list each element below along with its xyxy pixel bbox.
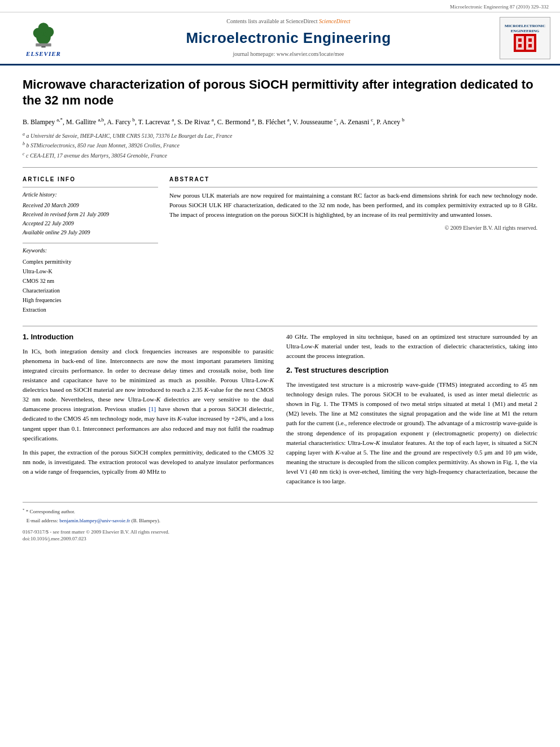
abstract-column: ABSTRACT New porous ULK materials are no… [169,176,537,314]
keywords-section: Keywords: Complex permittivity Ultra-Low… [23,243,158,314]
online-date: Available online 29 July 2009 [23,228,158,237]
article-history: Article history: Received 20 March 2009 … [23,187,158,237]
section1-continuation: 40 GHz. The employed in situ technique, … [286,332,537,361]
svg-point-4 [38,23,49,33]
article-body: Microwave characterization of porous SiO… [0,65,560,554]
section2-para: The investigated test structure is a mic… [286,380,537,486]
email-note: E-mail address: benjamin.blampey@univ-sa… [23,517,537,525]
journal-logo: MICROELECTRONIC ENGINEERING [497,17,553,59]
revised-date: Received in revised form 21 July 2009 [23,210,158,219]
email-address: benjamin.blampey@univ-savoie.fr [59,518,130,523]
journal-banner: ELSEVIER Contents lists available at Sci… [0,12,560,65]
article-title: Microwave characterization of porous SiO… [23,77,537,109]
svg-rect-5 [36,43,51,47]
journal-title-area: Contents lists available at ScienceDirec… [80,18,497,58]
article-info-column: ARTICLE INFO Article history: Received 2… [23,176,158,314]
bottom-copyright: 0167-9317/$ - see front matter © 2009 El… [23,528,537,543]
svg-rect-12 [528,44,532,47]
corresponding-note: * * Corresponding author. [23,507,537,516]
section1-para1: In ICs, both integration density and clo… [23,347,274,443]
elsevier-tree-icon [27,18,60,49]
article-info-row: ARTICLE INFO Article history: Received 2… [23,176,537,314]
svg-rect-8 [526,36,534,50]
journal-title: Microelectronic Engineering [86,28,491,48]
journal-homepage: journal homepage: www.elsevier.com/locat… [86,50,491,58]
keyword-3: CMOS 32 nm [23,276,158,286]
elsevier-wordmark: ELSEVIER [26,50,61,58]
svg-rect-7 [516,36,524,50]
keyword-1: Complex permittivity [23,257,158,267]
abstract-heading: ABSTRACT [169,176,537,184]
abstract-text: New porous ULK materials are now require… [169,187,537,220]
section1-para2: In this paper, the extraction of the por… [23,448,274,477]
journal-reference: Microelectronic Engineering 87 (2010) 32… [0,0,560,12]
section2-title: 2. Test structures description [286,365,537,375]
affiliations: a a Université de Savoie, IMEP-LAHC, UMR… [23,131,537,160]
keywords-title: Keywords: [23,247,158,255]
svg-rect-9 [518,38,522,42]
keyword-2: Ultra-Low-K [23,267,158,276]
authors: B. Blampey a,*, M. Gallitre a,b, A. Farc… [23,116,537,128]
right-column: 40 GHz. The employed in situ technique, … [286,332,537,491]
article-info-heading: ARTICLE INFO [23,176,158,184]
received-date: Received 20 March 2009 [23,201,158,210]
article-footer: * * Corresponding author. E-mail address… [23,502,537,543]
sciencedirect-link: Contents lists available at ScienceDirec… [86,18,491,25]
svg-rect-10 [528,38,532,42]
divider-1 [23,167,537,168]
section1-title: 1. Introduction [23,332,274,342]
history-title: Article history: [23,191,158,199]
journal-logo-text: MICROELECTRONIC ENGINEERING [505,24,545,34]
svg-rect-11 [518,44,522,47]
elsevier-logo-area: ELSEVIER [7,18,80,58]
accepted-date: Accepted 22 July 2009 [23,219,158,228]
abstract-copyright: © 2009 Elsevier B.V. All rights reserved… [169,224,537,232]
main-content: 1. Introduction In ICs, both integration… [23,332,537,491]
journal-logo-icon [514,34,536,52]
keyword-6: Extraction [23,305,158,314]
divider-2 [23,326,537,326]
keyword-4: Characterization [23,286,158,295]
keyword-5: High frequencies [23,295,158,305]
left-column: 1. Introduction In ICs, both integration… [23,332,274,491]
